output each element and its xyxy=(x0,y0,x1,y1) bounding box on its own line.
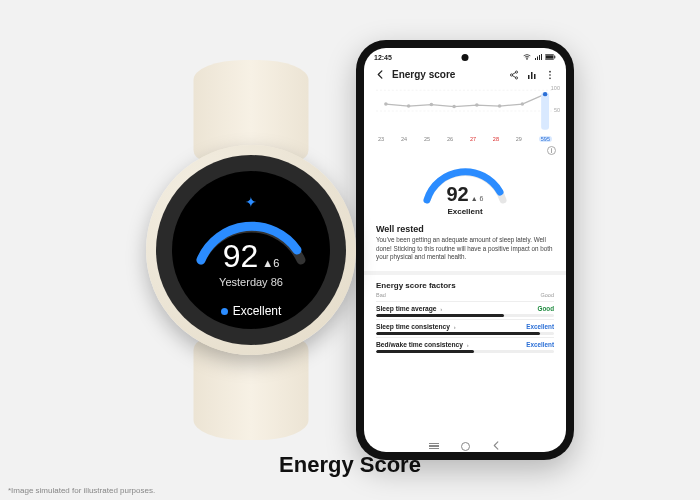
smartphone: 12:45 Energy score xyxy=(356,40,574,460)
gauge-block: i 92 ▲ 6 Excellent xyxy=(364,144,566,220)
svg-point-0 xyxy=(526,58,527,59)
svg-point-13 xyxy=(407,104,411,108)
factor-value: Excellent xyxy=(526,341,554,348)
factor-name: Sleep time consistency › xyxy=(376,323,456,330)
info-icon[interactable]: i xyxy=(547,146,556,155)
trend-chart[interactable]: 100 50 23242526272829595 xyxy=(364,85,566,144)
chevron-right-icon: › xyxy=(439,306,443,312)
nav-back-icon[interactable] xyxy=(492,441,501,452)
watch-status-row: Excellent xyxy=(221,304,282,318)
chart-day[interactable]: 29 xyxy=(516,136,522,142)
product-caption: Energy Score xyxy=(0,452,700,478)
watch-yesterday-label: Yesterday 86 xyxy=(219,276,283,288)
page-title: Energy score xyxy=(392,69,502,80)
gauge-score-value: 92 xyxy=(446,183,468,206)
factor-bar xyxy=(376,332,554,335)
svg-point-16 xyxy=(475,103,479,107)
svg-point-17 xyxy=(498,104,502,108)
app-bar: Energy score xyxy=(364,66,566,85)
chart-day[interactable]: 27 xyxy=(470,136,476,142)
svg-rect-19 xyxy=(541,92,549,130)
watch-status-text: Excellent xyxy=(233,304,282,318)
scale-bad: Bad xyxy=(376,292,386,298)
camera-cutout xyxy=(462,54,469,61)
axis-label-50: 50 xyxy=(554,107,560,113)
factor-name: Bed/wake time consistency › xyxy=(376,341,469,348)
chevron-right-icon: › xyxy=(465,342,469,348)
svg-point-20 xyxy=(543,92,547,96)
wifi-icon xyxy=(523,54,531,61)
chart-day[interactable]: 26 xyxy=(447,136,453,142)
factor-name: Sleep time average › xyxy=(376,305,442,312)
smartwatch: ✦ 92 ▲6 Yesterday 86 Excellent xyxy=(126,60,376,440)
factor-value: Good xyxy=(538,305,554,312)
gauge-status-text: Excellent xyxy=(447,207,482,216)
signal-icon xyxy=(534,54,542,61)
chart-day[interactable]: 595 xyxy=(539,136,552,142)
factor-row[interactable]: Bed/wake time consistency › Excellent xyxy=(376,337,554,355)
chart-toggle-icon[interactable] xyxy=(526,70,538,80)
status-dot-icon xyxy=(221,308,228,315)
watch-score-delta: ▲6 xyxy=(262,257,279,269)
factor-bar xyxy=(376,350,554,353)
scale-good: Good xyxy=(541,292,554,298)
watch-band-bottom xyxy=(194,340,309,440)
svg-point-7 xyxy=(549,70,551,72)
chart-day[interactable]: 28 xyxy=(493,136,499,142)
watch-body: ✦ 92 ▲6 Yesterday 86 Excellent xyxy=(146,145,356,355)
chart-day[interactable]: 23 xyxy=(378,136,384,142)
svg-point-9 xyxy=(549,77,551,79)
chevron-right-icon: › xyxy=(452,324,456,330)
svg-rect-2 xyxy=(546,55,553,58)
chart-day[interactable]: 24 xyxy=(401,136,407,142)
well-rested-heading: Well rested xyxy=(376,224,554,234)
svg-point-15 xyxy=(452,105,456,109)
factor-row[interactable]: Sleep time consistency › Excellent xyxy=(376,319,554,337)
well-rested-card: Well rested You've been getting an adequ… xyxy=(364,220,566,266)
recents-icon[interactable] xyxy=(429,443,439,449)
svg-point-8 xyxy=(549,74,551,76)
svg-rect-3 xyxy=(554,55,555,57)
chart-day[interactable]: 25 xyxy=(424,136,430,142)
android-nav-bar[interactable] xyxy=(364,440,566,452)
factors-section: Energy score factors Bad Good Sleep time… xyxy=(364,275,566,361)
battery-icon xyxy=(545,54,556,61)
factor-row[interactable]: Sleep time average › Good xyxy=(376,301,554,319)
well-rested-body: You've been getting an adequate amount o… xyxy=(376,236,554,262)
factor-value: Excellent xyxy=(526,323,554,330)
disclaimer-text: *Image simulated for illustrated purpose… xyxy=(8,486,155,495)
sparkline xyxy=(376,89,554,134)
status-time: 12:45 xyxy=(374,54,392,61)
watch-face[interactable]: ✦ 92 ▲6 Yesterday 86 Excellent xyxy=(172,171,330,329)
phone-screen[interactable]: 12:45 Energy score xyxy=(364,48,566,452)
share-icon[interactable] xyxy=(508,70,520,80)
chart-day-labels: 23242526272829595 xyxy=(376,136,554,142)
watch-bezel: ✦ 92 ▲6 Yesterday 86 Excellent xyxy=(156,155,346,345)
svg-point-12 xyxy=(384,102,388,106)
factors-heading: Energy score factors xyxy=(376,281,554,290)
svg-point-18 xyxy=(521,102,525,106)
svg-point-14 xyxy=(430,103,434,107)
gauge-score-delta: ▲ 6 xyxy=(471,195,484,202)
watch-gauge: ✦ xyxy=(181,190,321,270)
home-icon[interactable] xyxy=(461,442,470,451)
factor-bar xyxy=(376,314,554,317)
axis-label-100: 100 xyxy=(551,85,560,91)
more-icon[interactable] xyxy=(544,70,556,80)
